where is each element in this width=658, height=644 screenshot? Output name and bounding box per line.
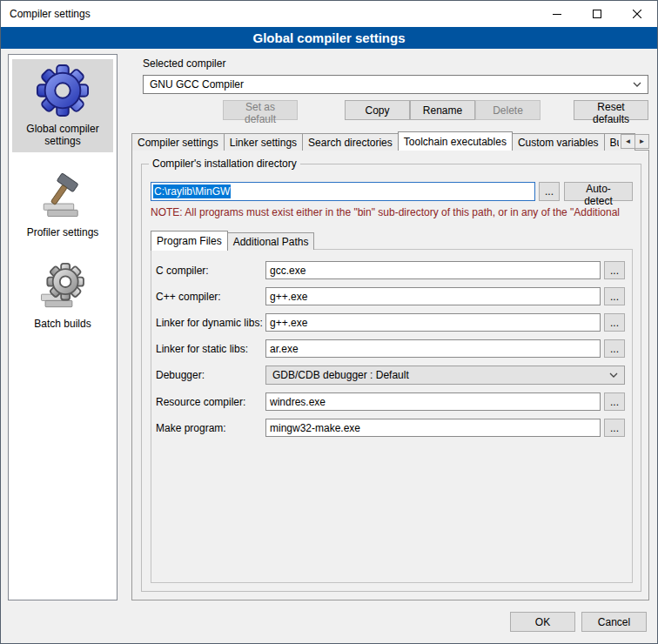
browse-button[interactable]: ... xyxy=(604,287,625,305)
sidebar-item-batch-builds[interactable]: Batch builds xyxy=(12,258,113,335)
selected-compiler-label: Selected compiler xyxy=(143,57,648,70)
resource-compiler-input[interactable] xyxy=(265,392,601,411)
make-program-input[interactable] xyxy=(265,419,601,437)
debugger-select[interactable]: GDB/CDB debugger : Default xyxy=(265,366,625,385)
sidebar-item-label: Batch builds xyxy=(34,318,91,330)
field-label: Linker for dynamic libs: xyxy=(156,317,265,329)
settings-category-list: Global compiler settings Profiler settin… xyxy=(8,54,118,600)
field-row-static-linker: Linker for static libs: ... xyxy=(156,339,625,358)
minimize-icon xyxy=(553,10,561,18)
installation-directory-input[interactable]: C:\raylib\MinGW xyxy=(151,182,535,201)
tab-search-directories[interactable]: Search directories xyxy=(302,133,399,151)
browse-button[interactable]: ... xyxy=(604,392,625,411)
browse-button[interactable]: ... xyxy=(604,261,625,279)
browse-button[interactable]: ... xyxy=(604,313,625,332)
cpp-compiler-input[interactable] xyxy=(265,287,601,305)
installation-directory-row: C:\raylib\MinGW ... Auto-detect xyxy=(151,182,633,201)
rename-button[interactable]: Rename xyxy=(410,100,475,120)
tab-program-files[interactable]: Program Files xyxy=(151,231,228,251)
minimize-button[interactable] xyxy=(537,1,577,27)
tab-toolchain-executables[interactable]: Toolchain executables xyxy=(398,131,513,151)
dialog-header: Global compiler settings xyxy=(1,27,657,49)
tab-additional-paths[interactable]: Additional Paths xyxy=(227,232,315,250)
profiler-icon xyxy=(37,171,88,221)
tab-scroll-left-button[interactable]: ◄ xyxy=(621,134,635,149)
sidebar-item-label: Global compiler settings xyxy=(14,123,111,147)
maximize-icon xyxy=(593,10,601,18)
tab-custom-variables[interactable]: Custom variables xyxy=(512,133,605,151)
blue-gear-icon xyxy=(36,64,90,117)
programs-tabstrip: Program Files Additional Paths xyxy=(151,231,633,250)
ok-button[interactable]: OK xyxy=(510,612,575,632)
auto-detect-button[interactable]: Auto-detect xyxy=(564,182,633,201)
browse-button[interactable]: ... xyxy=(604,339,625,358)
titlebar: Compiler settings xyxy=(1,1,657,27)
maximize-button[interactable] xyxy=(577,1,617,27)
c-compiler-input[interactable] xyxy=(265,261,601,279)
tab-compiler-settings[interactable]: Compiler settings xyxy=(131,133,225,151)
delete-button: Delete xyxy=(475,100,540,120)
arrow-left-icon: ◄ xyxy=(625,138,632,145)
chevron-down-icon xyxy=(633,82,641,88)
batch-builds-icon xyxy=(37,262,88,312)
field-label: Debugger: xyxy=(156,369,265,381)
debugger-select-value: GDB/CDB debugger : Default xyxy=(272,369,609,381)
static-libs-linker-input[interactable] xyxy=(265,339,601,358)
installation-directory-groupbox: Compiler's installation directory C:\ray… xyxy=(141,164,641,592)
selected-path-text: C:\raylib\MinGW xyxy=(153,184,231,198)
arrow-right-icon: ► xyxy=(639,138,646,145)
close-button[interactable] xyxy=(617,1,657,27)
program-files-page: C compiler: ... C++ compiler: ... Linker… xyxy=(151,249,633,583)
field-row-cpp-compiler: C++ compiler: ... xyxy=(156,287,625,305)
selected-compiler-section: Selected compiler GNU GCC Compiler xyxy=(131,54,649,94)
compiler-settings-dialog: Compiler settings Global compiler settin… xyxy=(0,0,658,644)
field-row-resource-compiler: Resource compiler: ... xyxy=(156,392,625,411)
browse-directory-button[interactable]: ... xyxy=(539,182,560,201)
dynamic-libs-linker-input[interactable] xyxy=(265,313,601,332)
field-row-make-program: Make program: ... xyxy=(156,419,625,437)
copy-button[interactable]: Copy xyxy=(345,100,410,120)
tab-linker-settings[interactable]: Linker settings xyxy=(224,133,303,151)
dialog-footer: OK Cancel xyxy=(1,600,657,643)
field-row-dynamic-linker: Linker for dynamic libs: ... xyxy=(156,313,625,332)
cancel-button[interactable]: Cancel xyxy=(581,612,647,632)
main-panel: Selected compiler GNU GCC Compiler Set a… xyxy=(131,54,649,600)
sidebar-item-label: Profiler settings xyxy=(27,226,99,238)
dialog-body: Global compiler settings Profiler settin… xyxy=(1,49,657,600)
field-label: Linker for static libs: xyxy=(156,343,265,355)
field-row-c-compiler: C compiler: ... xyxy=(156,261,625,279)
field-label: C compiler: xyxy=(156,265,265,277)
compiler-buttons-row: Set as default Copy Rename Delete Reset … xyxy=(131,100,649,120)
sidebar-item-profiler-settings[interactable]: Profiler settings xyxy=(12,166,113,244)
set-as-default-button: Set as default xyxy=(223,100,298,120)
reset-defaults-button[interactable]: Reset defaults xyxy=(574,100,648,120)
compiler-select[interactable]: GNU GCC Compiler xyxy=(143,75,648,94)
compiler-select-value: GNU GCC Compiler xyxy=(150,78,633,91)
sidebar-item-global-compiler-settings[interactable]: Global compiler settings xyxy=(12,59,113,152)
field-label: Resource compiler: xyxy=(156,396,265,408)
close-icon xyxy=(633,10,641,18)
field-row-debugger: Debugger: GDB/CDB debugger : Default xyxy=(156,366,625,385)
chevron-down-icon xyxy=(609,372,618,379)
window-title: Compiler settings xyxy=(1,8,537,20)
settings-tabstrip: Compiler settings Linker settings Search… xyxy=(131,131,649,151)
note-text: NOTE: All programs must exist either in … xyxy=(151,206,633,218)
field-label: Make program: xyxy=(156,422,265,434)
groupbox-title: Compiler's installation directory xyxy=(149,158,300,171)
toolchain-executables-page: Compiler's installation directory C:\ray… xyxy=(131,150,649,600)
tab-scroll-controls: ◄ ► xyxy=(619,134,649,149)
browse-button[interactable]: ... xyxy=(604,419,625,437)
field-label: C++ compiler: xyxy=(156,291,265,303)
tab-scroll-right-button[interactable]: ► xyxy=(634,134,649,149)
